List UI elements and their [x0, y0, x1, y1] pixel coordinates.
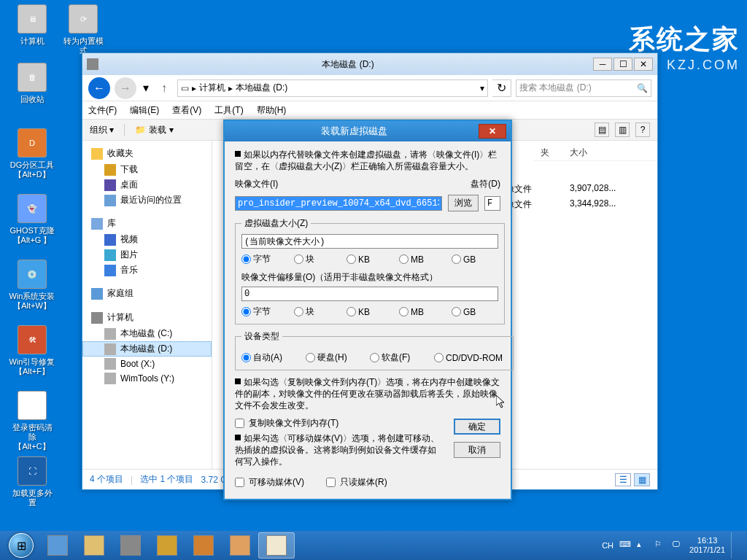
radio-blocks-2[interactable]: 块: [294, 306, 341, 318]
table-row[interactable]: 映像文件3,907,028...: [489, 182, 657, 197]
radio-fd[interactable]: 软盘(F): [370, 351, 428, 364]
radio-gb[interactable]: GB: [452, 253, 498, 265]
dialog-titlebar[interactable]: 装载新虚拟磁盘 ✕: [225, 121, 511, 141]
close-button[interactable]: ✕: [634, 58, 653, 71]
menu-view[interactable]: 查看(V): [172, 104, 201, 117]
offset-label: 映像文件偏移量(O)（适用于非磁盘映像文件格式）: [241, 271, 498, 284]
breadcrumb[interactable]: ▭ ▸ 计算机 ▸ 本地磁盘 (D:) ▾: [177, 79, 488, 97]
forward-button[interactable]: →: [115, 77, 136, 99]
radio-blocks[interactable]: 块: [294, 253, 341, 265]
radio-auto[interactable]: 自动(A): [241, 351, 300, 364]
size-input[interactable]: [241, 234, 498, 249]
sidebar-homegroup[interactable]: 家庭组: [82, 285, 212, 302]
start-button[interactable]: ⊞: [3, 532, 39, 559]
radio-gb-2[interactable]: GB: [452, 306, 498, 318]
monitor-icon[interactable]: 🖵: [672, 540, 684, 551]
breadcrumb-root[interactable]: ▸ 计算机: [192, 82, 225, 94]
view-icons[interactable]: ▦: [634, 473, 650, 486]
col-type[interactable]: 夹: [541, 147, 570, 159]
menu-help[interactable]: 帮助(H): [257, 104, 287, 117]
view-options[interactable]: ▤: [595, 122, 609, 137]
sidebar-item-downloads[interactable]: 下载: [82, 162, 212, 177]
cancel-button[interactable]: 取消: [454, 442, 500, 458]
desktop-icon-computer[interactable]: 🖥计算机: [9, 4, 55, 46]
column-headers[interactable]: 夹 大小: [533, 145, 657, 161]
help-button[interactable]: ?: [635, 122, 650, 137]
preview-pane[interactable]: ▥: [615, 122, 630, 137]
taskbar-app-explorer[interactable]: [258, 532, 295, 559]
radio-kb[interactable]: KB: [347, 253, 393, 265]
desktop-icon-passwd[interactable]: N登录密码清除 【Alt+C】: [9, 391, 55, 451]
sidebar-favorites[interactable]: 收藏夹: [82, 145, 212, 162]
radio-cd[interactable]: CD/DVD-ROM: [434, 351, 507, 364]
item-count: 4 个项目: [90, 473, 123, 486]
offset-input[interactable]: [241, 287, 498, 301]
show-desktop[interactable]: [731, 532, 740, 559]
sidebar-item-music[interactable]: 音乐: [82, 262, 212, 278]
taskbar-app-4[interactable]: [149, 532, 185, 559]
radio-bytes[interactable]: 字节: [241, 253, 288, 265]
window-titlebar[interactable]: 本地磁盘 (D:) ─ ☐ ✕: [82, 53, 657, 75]
breadcrumb-current[interactable]: ▸ 本地磁盘 (D:): [228, 82, 287, 94]
menu-file[interactable]: 文件(F): [88, 104, 117, 117]
taskbar-app-6[interactable]: [222, 532, 258, 559]
radio-mb[interactable]: MB: [399, 253, 446, 265]
refresh-button[interactable]: ↻: [492, 79, 511, 97]
sidebar-item-drive-y[interactable]: WimTools (Y:): [82, 371, 212, 386]
desktop-icon-recycle[interactable]: 🗑回收站: [9, 63, 55, 104]
minimize-button[interactable]: ─: [593, 58, 612, 71]
radio-hd[interactable]: 硬盘(H): [306, 351, 364, 364]
taskbar-app-2[interactable]: [76, 532, 112, 559]
ime-indicator[interactable]: CH: [602, 541, 614, 550]
sidebar-item-drive-d[interactable]: 本地磁盘 (D:): [82, 341, 212, 357]
menu-tools[interactable]: 工具(T): [214, 104, 243, 117]
sidebar-item-desktop[interactable]: 桌面: [82, 177, 212, 192]
drive-letter-input[interactable]: [484, 196, 500, 211]
taskbar-app-3[interactable]: [112, 532, 149, 559]
browse-button[interactable]: 浏览: [448, 195, 479, 211]
image-file-input[interactable]: [235, 196, 442, 211]
sidebar-item-pictures[interactable]: 图片: [82, 247, 212, 262]
sidebar-item-videos[interactable]: 视频: [82, 232, 212, 247]
chevron-down-icon[interactable]: ▾: [480, 83, 484, 93]
mount-menu[interactable]: 📁装载 ▾: [135, 124, 173, 136]
radio-bytes-2[interactable]: 字节: [241, 306, 288, 318]
chk-copy-to-memory[interactable]: 复制映像文件到内存(T): [235, 417, 454, 429]
keyboard-icon[interactable]: ⌨: [619, 540, 631, 551]
computer-icon: [91, 312, 103, 324]
taskbar: ⊞ CH ⌨ ▴ ⚐ 🖵 16:13 2017/1/21: [0, 531, 747, 560]
clock[interactable]: 16:13 2017/1/21: [689, 536, 725, 555]
organize-menu[interactable]: 组织 ▾: [90, 124, 114, 136]
up-button[interactable]: ↑: [155, 79, 173, 97]
sidebar-computer[interactable]: 计算机: [82, 309, 212, 326]
flag-icon[interactable]: ⚐: [654, 540, 666, 551]
desktop-icon-more[interactable]: ⛶加载更多外置: [9, 456, 55, 508]
view-details[interactable]: ☰: [615, 473, 631, 486]
desktop-icon-winboot[interactable]: 🛠Win引导修复 【Alt+F】: [9, 325, 55, 376]
taskbar-app-5[interactable]: [185, 532, 222, 559]
search-input[interactable]: 搜索 本地磁盘 (D:) 🔍: [516, 79, 651, 97]
history-dropdown[interactable]: ▾: [141, 77, 151, 99]
desktop-icon-switch[interactable]: ⟳转为内置模式: [60, 4, 107, 55]
ok-button[interactable]: 确定: [454, 419, 500, 435]
taskbar-app-1[interactable]: [39, 532, 76, 559]
table-row[interactable]: 映像文件3,344,928...: [489, 197, 657, 212]
sidebar-item-drive-c[interactable]: 本地磁盘 (C:): [82, 326, 212, 341]
tray-chevron-icon[interactable]: ▴: [637, 540, 649, 551]
sidebar-item-drive-x[interactable]: Boot (X:): [82, 357, 212, 371]
sidebar-item-recent[interactable]: 最近访问的位置: [82, 192, 212, 208]
close-button[interactable]: ✕: [479, 124, 506, 139]
sidebar-libraries[interactable]: 库: [82, 215, 212, 232]
col-size[interactable]: 大小: [570, 147, 650, 159]
desktop-icon-dg[interactable]: DDG分区工具 【Alt+D】: [9, 128, 55, 179]
radio-mb-2[interactable]: MB: [399, 306, 446, 318]
desktop-icon-ghost[interactable]: 👻GHOST克隆 【Alt+G 】: [9, 194, 55, 245]
chk-removable[interactable]: 可移动媒体(V): [235, 476, 304, 489]
maximize-button[interactable]: ☐: [614, 58, 632, 71]
back-button[interactable]: ←: [88, 77, 110, 99]
homegroup-icon: [91, 288, 103, 300]
menu-edit[interactable]: 编辑(E): [130, 104, 159, 117]
radio-kb-2[interactable]: KB: [347, 306, 393, 318]
desktop-icon-winsetup[interactable]: 💿Win系统安装 【Alt+W】: [9, 260, 55, 311]
chk-readonly[interactable]: 只读媒体(R): [326, 476, 387, 489]
